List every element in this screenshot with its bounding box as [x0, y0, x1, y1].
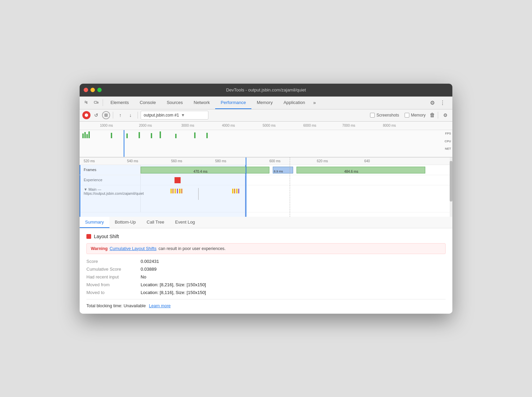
- warning-banner: Warning Cumulative Layout Shifts can res…: [86, 243, 446, 254]
- rec-separator-3: [438, 112, 438, 119]
- memory-checkbox-input[interactable]: [405, 113, 409, 118]
- task-bar-7: [232, 189, 233, 193]
- device-toggle-icon[interactable]: [92, 98, 101, 107]
- detail-mark-5: 600 ms: [269, 159, 281, 163]
- warning-text: can result in poor user experiences.: [159, 246, 226, 251]
- input-value: No: [141, 274, 146, 279]
- ruler-mark-7: 7000 ms: [342, 124, 355, 127]
- detail-mark-3: 560 ms: [171, 159, 182, 163]
- tab-event-log[interactable]: Event Log: [170, 217, 201, 228]
- ruler-mark-8: 8000 ms: [383, 124, 396, 127]
- screenshots-label: Screenshots: [376, 113, 399, 118]
- total-blocking-row: Total blocking time: Unavailable Learn m…: [86, 304, 446, 308]
- refresh-button[interactable]: ↺: [92, 111, 101, 120]
- cumulative-label: Cumulative Score: [86, 267, 141, 272]
- tab-summary[interactable]: Summary: [80, 217, 109, 228]
- tab-sources[interactable]: Sources: [161, 96, 188, 109]
- settings-perf-icon[interactable]: ⚙: [441, 111, 450, 120]
- ruler-mark-6: 6000 ms: [303, 124, 316, 127]
- net-label: NET: [445, 147, 451, 150]
- cumulative-row: Cumulative Score 0.03889: [86, 267, 446, 272]
- record-button[interactable]: [82, 111, 90, 119]
- task-bar-9: [236, 189, 238, 193]
- tab-bottom-up[interactable]: Bottom-Up: [109, 217, 141, 228]
- task-bar-2: [172, 189, 173, 193]
- screenshots-checkbox-input[interactable]: [370, 113, 375, 118]
- moved-to-label: Moved to: [86, 290, 141, 295]
- svg-point-2: [85, 113, 88, 117]
- tab-application[interactable]: Application: [278, 96, 311, 109]
- ruler-mark-4: 4000 ms: [222, 124, 235, 127]
- ruler-mark-2: 2000 ms: [139, 124, 152, 127]
- svg-rect-1: [97, 102, 98, 103]
- learn-more-link[interactable]: Learn more: [149, 304, 171, 308]
- task-bar-6: [181, 189, 182, 193]
- warning-label: Warning: [91, 246, 108, 251]
- task-separator: [198, 188, 199, 200]
- cumulative-value: 0.03889: [141, 267, 157, 272]
- divider: [86, 299, 446, 299]
- task-bar-1: [170, 189, 172, 193]
- moved-to-row: Moved to Location: [8,116], Size: [150x1…: [86, 290, 446, 295]
- maximize-button[interactable]: [97, 88, 102, 92]
- timeline-detail[interactable]: 520 ms 540 ms 560 ms 580 ms 600 ms 620 m…: [80, 158, 452, 217]
- more-options-icon[interactable]: ⋮: [438, 98, 447, 107]
- scrollbar-thumb[interactable]: [450, 161, 452, 202]
- input-row: Had recent input No: [86, 274, 446, 279]
- tab-console[interactable]: Console: [134, 96, 161, 109]
- main-tabs: Elements Console Sources Network Perform…: [105, 96, 450, 109]
- tab-network[interactable]: Network: [188, 96, 216, 109]
- screenshots-checkbox[interactable]: Screenshots: [370, 113, 399, 118]
- layout-shift-title: Layout Shift: [94, 234, 119, 239]
- task-bar-4: [177, 189, 178, 193]
- fps-label: FPS: [445, 132, 451, 135]
- ruler-mark-3: 3000 ms: [181, 124, 194, 127]
- tab-elements[interactable]: Elements: [105, 96, 134, 109]
- minimize-button[interactable]: [90, 88, 95, 92]
- bottom-panel: Summary Bottom-Up Call Tree Event Log La…: [80, 217, 452, 314]
- frame-ms-2: 8.9 ms: [274, 170, 283, 173]
- download-icon[interactable]: ↓: [126, 111, 135, 120]
- frames-label: Frames: [80, 165, 141, 175]
- detail-mark-7: 640: [364, 159, 370, 163]
- timeline-fps-overview[interactable]: FPS CPU NET: [80, 130, 452, 157]
- frames-content: 470.4 ms 8.9 ms 484.6 ms: [141, 165, 452, 175]
- cpu-label: CPU: [445, 140, 451, 143]
- selection-line: [246, 158, 246, 217]
- ruler-mark-1: 1000 ms: [100, 124, 113, 127]
- frames-row: Frames 470.4 ms 8.9 ms 484.6 ms: [80, 165, 452, 175]
- detail-mark-1: 520 ms: [84, 159, 95, 163]
- cls-link[interactable]: Cumulative Layout Shifts: [110, 246, 157, 251]
- close-button[interactable]: [84, 88, 88, 92]
- clear-button[interactable]: 🗑: [430, 112, 435, 118]
- timeline-scrollbar[interactable]: [450, 158, 452, 217]
- tab-more[interactable]: »: [310, 96, 319, 109]
- timeline-overview: 1000 ms 2000 ms 3000 ms 4000 ms 5000 ms …: [80, 122, 452, 158]
- element-picker-icon[interactable]: [82, 98, 91, 107]
- moved-to-value: Location: [8,116], Size: [150x150]: [141, 290, 206, 295]
- tab-memory[interactable]: Memory: [251, 96, 278, 109]
- task-bar-3: [175, 189, 176, 193]
- upload-icon[interactable]: ↑: [116, 111, 125, 120]
- url-text: output.jsbin.com #1: [144, 113, 179, 118]
- experience-content: [141, 175, 452, 185]
- bottom-tabs: Summary Bottom-Up Call Tree Event Log: [80, 217, 452, 228]
- settings-icon[interactable]: ⚙: [428, 98, 437, 107]
- task-bar-8: [234, 189, 235, 193]
- stop-button[interactable]: [102, 111, 110, 119]
- rec-separator-2: [138, 112, 138, 119]
- detail-ruler: 520 ms 540 ms 560 ms 580 ms 600 ms 620 m…: [80, 158, 452, 165]
- dropdown-arrow-icon: ▼: [181, 113, 185, 118]
- score-value: 0.002431: [141, 259, 159, 264]
- recording-bar: ↺ ↑ ↓ output.jsbin.com #1 ▼ Screenshots …: [80, 109, 452, 122]
- tab-performance[interactable]: Performance: [215, 96, 251, 109]
- main-content: [141, 185, 452, 212]
- memory-checkbox[interactable]: Memory: [405, 113, 426, 118]
- layout-shift-header: Layout Shift: [86, 234, 446, 239]
- tab-call-tree[interactable]: Call Tree: [141, 217, 170, 228]
- url-selector[interactable]: output.jsbin.com #1 ▼: [141, 111, 208, 120]
- svg-rect-0: [94, 101, 97, 103]
- titlebar: DevTools - output.jsbin.com/zajamil/quie…: [80, 84, 452, 97]
- frame-ms-3: 484.6 ms: [344, 170, 358, 173]
- window-title: DevTools - output.jsbin.com/zajamil/quie…: [226, 87, 306, 92]
